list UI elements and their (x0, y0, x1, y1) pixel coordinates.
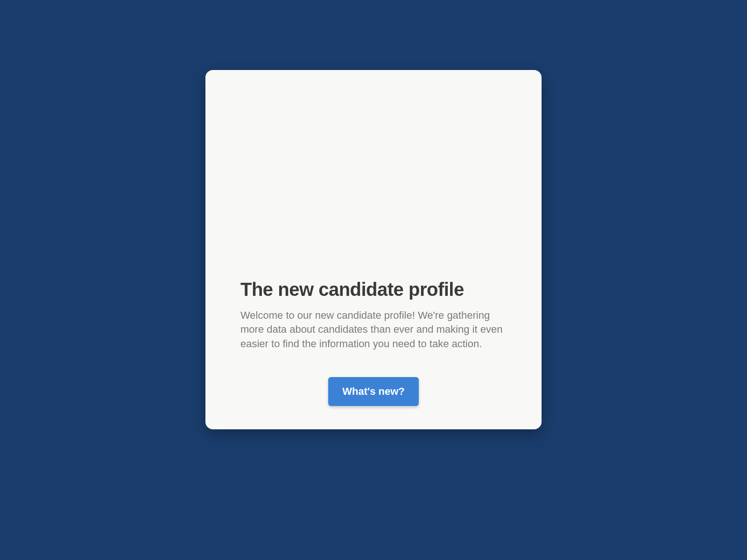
modal-description: Welcome to our new candidate profile! We… (240, 308, 507, 351)
modal-card: The new candidate profile Welcome to our… (205, 70, 542, 429)
button-wrapper: What's new? (240, 377, 507, 406)
modal-title: The new candidate profile (240, 279, 507, 300)
whats-new-button[interactable]: What's new? (328, 377, 419, 406)
modal-content: The new candidate profile Welcome to our… (240, 279, 507, 406)
